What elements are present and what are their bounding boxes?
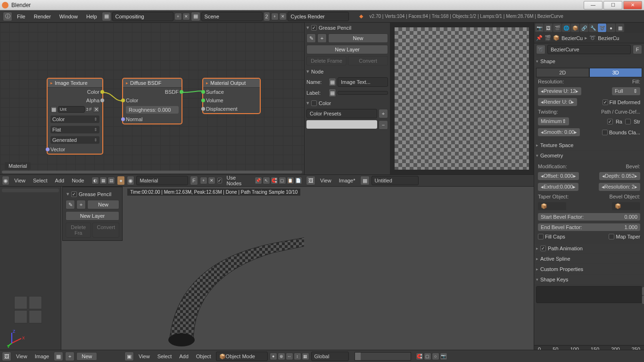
projection-dropdown[interactable]: Flat (50, 126, 99, 133)
section-geometry[interactable]: Geometry (534, 151, 644, 160)
image-browse-icon[interactable]: ▦ (54, 352, 63, 361)
screen-browse-icon[interactable]: ▦ (102, 12, 111, 21)
editor-type-icon[interactable]: ▣ (124, 352, 134, 361)
go-parent-icon[interactable]: ↖ (263, 177, 270, 184)
fill-deformed-checkbox[interactable] (603, 99, 608, 105)
snap-target-icon[interactable]: ▢ (424, 353, 431, 360)
add-material-icon[interactable]: + (200, 177, 207, 184)
shape-keys-list[interactable]: + − (536, 286, 642, 303)
material-type-icon[interactable]: ● (117, 176, 124, 185)
twist-smooth-field[interactable]: ◂Smooth: 0.00▸ (538, 128, 580, 136)
color-remove-icon[interactable]: − (379, 120, 388, 130)
shape-key-add-icon[interactable]: + (642, 287, 644, 296)
bevel-resolution-field[interactable]: ◂Resolution: 2▸ (599, 183, 640, 191)
menu-add[interactable]: Add (52, 177, 67, 184)
tab-object[interactable]: 📦 (571, 24, 579, 32)
shading-icon[interactable]: ● (270, 353, 277, 360)
delete-screen-icon[interactable]: ✕ (182, 13, 190, 20)
snap-type-icon[interactable]: ▢ (279, 177, 286, 184)
3d-viewport[interactable]: ▾Grease Pencil ✎ + New New Layer Delete … (0, 187, 304, 362)
menu-window[interactable]: Window (56, 12, 82, 21)
grease-new-button[interactable]: New (328, 33, 388, 43)
node-material-output[interactable]: Material Output Surface Volume Displacem… (203, 78, 260, 114)
menu-select[interactable]: Select (155, 353, 175, 360)
fill-mode-dropdown[interactable]: Full⇕ (612, 87, 640, 95)
section-active-spline[interactable]: Active Spline (534, 254, 644, 263)
menu-view[interactable]: View (317, 177, 334, 184)
shader-tree-icon[interactable]: ◐ (91, 177, 99, 184)
breadcrumb-object[interactable]: BezierCu (561, 35, 583, 41)
grease-add-icon[interactable]: + (317, 33, 327, 43)
tab-curve-data[interactable]: ➰ (598, 24, 606, 32)
preview-u-field[interactable]: ◂Preview U: 12▸ (538, 87, 581, 95)
scene-dropdown[interactable]: Scene (201, 12, 263, 21)
shape-3d-button[interactable]: 3D (589, 68, 643, 77)
texcoord-dropdown[interactable]: Generated (50, 136, 99, 144)
map-taper-checkbox[interactable] (609, 234, 614, 239)
tab-modifiers[interactable]: 🔧 (589, 24, 597, 32)
layer-buttons[interactable] (355, 352, 411, 361)
tab-constraints[interactable]: 🔗 (580, 24, 588, 32)
grease-pencil-toggle-nodes[interactable] (311, 25, 317, 31)
unlink-icon[interactable]: ✕ (93, 106, 99, 113)
node-editor[interactable]: Image Texture Color Alpha ▦ Unt 3 F ✕ Co… (0, 23, 304, 174)
image-fake-user[interactable]: F (90, 107, 92, 112)
section-shape[interactable]: Shape (534, 57, 644, 66)
snap-icon[interactable]: 🧲 (271, 177, 278, 184)
copy-nodes-icon[interactable]: 📋 (287, 177, 294, 184)
proportional-icon[interactable]: ○ (432, 353, 439, 360)
offset-field[interactable]: ◂Offset: 0.000▸ (538, 172, 579, 180)
use-nodes-checkbox[interactable] (217, 178, 222, 183)
grease-convert-button[interactable]: Convert (348, 56, 388, 66)
editor-type-icon[interactable]: 🖼 (2, 352, 11, 361)
grease-draw-icon[interactable]: ✎ (66, 200, 75, 209)
scrollbar-horizontal[interactable] (2, 171, 302, 173)
image-dropdown[interactable]: Untitled (372, 176, 419, 185)
fake-user-button[interactable]: F (633, 45, 642, 54)
roughness-field[interactable]: Roughness: 0.000 (126, 106, 179, 114)
node-name-field[interactable]: Image Text... (338, 77, 388, 87)
grease-draw-icon[interactable]: ✎ (306, 33, 316, 43)
render-engine-dropdown[interactable]: Cycles Render (288, 12, 349, 21)
add-screen-icon[interactable]: + (174, 13, 182, 20)
manipulator-icon[interactable]: ↔ (286, 353, 293, 360)
editor-type-icon[interactable]: ◉ (2, 176, 9, 185)
node-label-field[interactable] (338, 91, 388, 95)
pin-icon[interactable]: 📌 (536, 35, 543, 41)
scene-browse-icon[interactable]: ▦ (191, 12, 200, 21)
color-panel-toggle[interactable] (311, 100, 317, 106)
image-name-field[interactable]: Unt (58, 106, 85, 113)
stretch-checkbox[interactable] (625, 119, 631, 124)
translate-manip-icon[interactable]: ↕ (294, 353, 301, 360)
pin-icon[interactable]: 📌 (255, 177, 262, 184)
path-anim-checkbox[interactable] (540, 246, 546, 251)
taper-object-field[interactable]: 📦 (538, 202, 566, 210)
bevel-depth-field[interactable]: ◂Depth: 0.052▸ (599, 172, 640, 180)
curve-browse-icon[interactable]: ➰ (536, 45, 545, 54)
color-swatch[interactable] (306, 120, 377, 129)
viewport-extension[interactable] (304, 187, 534, 362)
paste-nodes-icon[interactable]: 📄 (295, 177, 302, 184)
tex-tree-icon[interactable]: ▦ (99, 177, 107, 184)
snap-icon[interactable]: 🧲 (416, 353, 423, 360)
comp-tree-icon[interactable]: ▤ (107, 177, 115, 184)
new-image-icon[interactable]: + (65, 352, 74, 361)
menu-view[interactable]: View (136, 353, 153, 360)
shape-key-remove-icon[interactable]: − (642, 295, 644, 304)
mode-dropdown[interactable]: 📦 Object Mode (216, 352, 268, 361)
window-close-button[interactable]: ✕ (623, 1, 642, 9)
pivot-icon[interactable]: ⊕ (278, 353, 285, 360)
unlink-material-icon[interactable]: ✕ (208, 177, 215, 184)
image-browse-icon[interactable]: ▦ (50, 106, 57, 113)
bevel-object-field[interactable]: 📦 (612, 202, 640, 210)
menu-image[interactable]: Image* (336, 177, 358, 184)
grease-new-layer-button[interactable]: New Layer (306, 45, 388, 54)
radius-checkbox[interactable] (607, 119, 613, 124)
window-minimize-button[interactable]: — (584, 1, 603, 9)
fill-caps-checkbox[interactable] (538, 234, 544, 239)
section-texture-space[interactable]: Texture Space (534, 140, 644, 150)
tab-render-layers[interactable]: 🖼 (544, 24, 553, 32)
layers-icon[interactable]: ▦ (302, 353, 309, 360)
image-browse-icon[interactable]: ▦ (360, 176, 370, 185)
menu-add[interactable]: Add (176, 353, 191, 360)
